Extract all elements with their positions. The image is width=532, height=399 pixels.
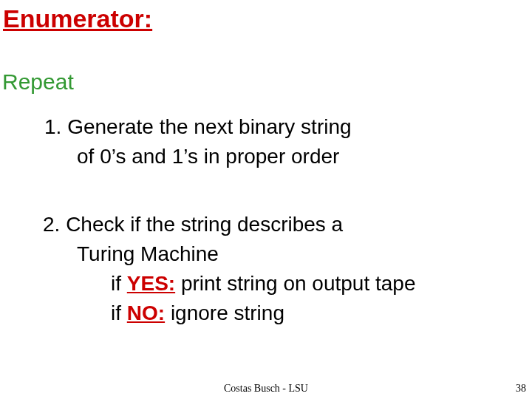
slide-title: Enumerator:: [3, 4, 152, 33]
repeat-label: Repeat: [2, 69, 74, 95]
no-keyword: NO:: [127, 301, 165, 324]
step-2-no-line: if NO: ignore string: [111, 301, 284, 325]
step-2-yes-line: if YES: print string on output tape: [111, 272, 415, 296]
step-1-line-1: 1. Generate the next binary string: [44, 115, 352, 139]
step-2-line-1: 2. Check if the string describes a: [43, 213, 343, 236]
yes-keyword: YES:: [127, 272, 175, 295]
yes-suffix: print string on output tape: [175, 272, 415, 295]
step-1-line-2: of 0’s and 1’s in proper order: [77, 145, 339, 168]
yes-prefix: if: [111, 272, 127, 295]
no-suffix: ignore string: [165, 301, 284, 324]
slide: Enumerator: Repeat 1. Generate the next …: [0, 0, 532, 399]
no-prefix: if: [111, 301, 127, 324]
footer-page-number: 38: [516, 383, 526, 395]
footer-author: Costas Busch - LSU: [0, 383, 532, 395]
step-2-line-2: Turing Machine: [77, 242, 219, 266]
